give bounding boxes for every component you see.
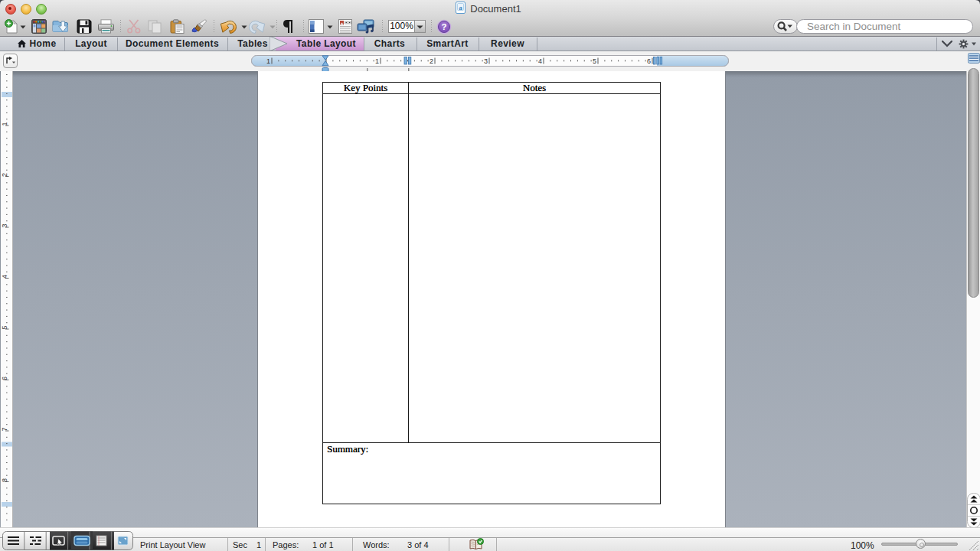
svg-text:2: 2 <box>430 57 433 65</box>
svg-text:1: 1 <box>375 57 379 65</box>
svg-text:5: 5 <box>593 57 596 65</box>
svg-text:1: 1 <box>266 57 270 65</box>
svg-text:a: a <box>459 4 462 11</box>
svg-text:4: 4 <box>1 275 8 279</box>
svg-text:4: 4 <box>538 57 542 65</box>
svg-text:3: 3 <box>484 57 488 65</box>
svg-text:1: 1 <box>1 122 8 126</box>
svg-text:7: 7 <box>1 427 8 431</box>
svg-text:3: 3 <box>1 223 8 227</box>
svg-text:5: 5 <box>1 325 8 329</box>
svg-text:2: 2 <box>1 173 8 177</box>
svg-text:8: 8 <box>1 478 8 482</box>
svg-text:6: 6 <box>647 57 651 65</box>
svg-text:?: ? <box>441 22 446 31</box>
svg-text:6: 6 <box>1 377 8 380</box>
